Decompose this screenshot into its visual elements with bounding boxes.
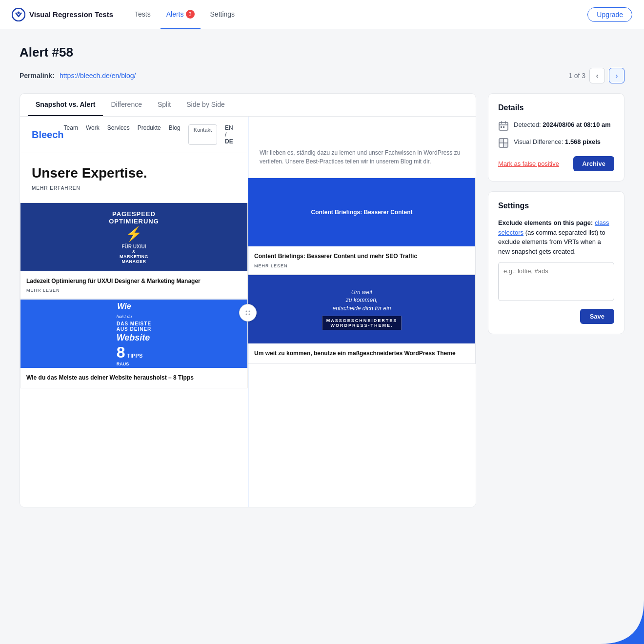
calendar-icon — [498, 121, 509, 131]
permalink: Permalink: https://bleech.de/en/blog/ — [20, 71, 136, 80]
save-button[interactable]: Save — [580, 309, 614, 324]
pagination-next[interactable]: › — [609, 68, 624, 83]
nav-services: Services — [107, 124, 130, 145]
svg-point-1 — [18, 11, 20, 14]
hero-title: Unsere Expertise. — [32, 165, 236, 181]
blog-card-more-1: MEHR LESEN — [26, 288, 242, 293]
hero-sub: Wir lieben es, ständig dazu zu lernen un… — [260, 148, 464, 166]
site-nav: Team Work Services Produkte Blog Kontakt… — [64, 124, 236, 145]
nav-kontakt: Kontakt — [188, 124, 217, 145]
page-title: Alert #58 — [20, 45, 624, 60]
right-sidebar: Details Detected: 2024/08/06 at 08:10 am — [488, 93, 624, 507]
svg-rect-7 — [501, 126, 502, 128]
blog-card-img-3: Wieholst du DAS MEISTEaus deiner Website… — [20, 300, 247, 368]
snapshot-panel: Snapshot vs. Alert Difference Split Side… — [20, 93, 476, 507]
svg-point-4 — [249, 311, 250, 312]
blog-card-body-4: Um weit zu kommen, benutze ein maßgeschn… — [248, 343, 475, 363]
blog-card-1: PAGESPEEDOPTIMIERUNG ⚡ für UX/UI &MARKET… — [20, 202, 248, 300]
snapshot-body: Bleech Team Work Services Produkte Blog … — [20, 117, 476, 507]
visual-diff-text: Visual Difference: 1.568 pixels — [514, 137, 601, 147]
blog-card-3: Wieholst du DAS MEISTEaus deiner Website… — [20, 299, 248, 388]
blog-card-2: Content Briefings: Besserer Content Cont… — [248, 178, 476, 275]
tab-snapshot-vs-alert[interactable]: Snapshot vs. Alert — [28, 94, 103, 116]
upgrade-button[interactable]: Upgrade — [587, 7, 632, 22]
blog-card-img-4: Um weitzu kommen,entscheide dich für ein… — [248, 275, 475, 343]
mock-right: Wir lieben es, ständig dazu zu lernen un… — [248, 117, 476, 507]
blog-cards-left: PAGESPEEDOPTIMIERUNG ⚡ für UX/UI &MARKET… — [20, 202, 248, 389]
svg-rect-10 — [500, 139, 503, 142]
blog-card-body-2: Content Briefings: Besserer Content und … — [248, 246, 475, 274]
svg-point-5 — [249, 314, 250, 315]
mock-site: Bleech Team Work Services Produkte Blog … — [20, 117, 476, 507]
card-actions: Mark as false positive Archive — [498, 156, 614, 171]
tab-difference[interactable]: Difference — [103, 94, 150, 116]
mock-left: Bleech Team Work Services Produkte Blog … — [20, 117, 248, 507]
hero-more: MEHR ERFAHREN — [32, 185, 236, 191]
nav-alerts[interactable]: Alerts 3 — [161, 0, 201, 29]
save-row: Save — [498, 303, 614, 324]
nav-tests[interactable]: Tests — [129, 0, 157, 29]
settings-card: Settings Exclude elements on this page: … — [488, 191, 624, 334]
pagination-text: 1 of 3 — [568, 72, 585, 80]
settings-title: Settings — [498, 201, 614, 210]
svg-point-3 — [246, 314, 247, 315]
archive-button[interactable]: Archive — [573, 156, 614, 171]
top-nav: Visual Regression Tests Tests Alerts 3 S… — [0, 0, 644, 29]
main-layout: Snapshot vs. Alert Difference Split Side… — [20, 93, 624, 507]
details-title: Details — [498, 103, 614, 112]
page-content: Alert #58 Permalink: https://bleech.de/e… — [0, 29, 644, 523]
site-hero-right: Wir lieben es, ständig dazu zu lernen un… — [248, 133, 476, 178]
detected-row: Detected: 2024/08/06 at 08:10 am — [498, 120, 614, 131]
nav-blog: Blog — [169, 124, 181, 145]
svg-rect-11 — [504, 143, 507, 147]
blog-card-body-3: Wie du das Meiste aus deiner Website her… — [20, 368, 247, 388]
diff-icon — [498, 138, 509, 148]
tab-side-by-side[interactable]: Side by Side — [179, 94, 233, 116]
brand: Visual Regression Tests — [12, 8, 113, 21]
site-hero: Unsere Expertise. MEHR ERFAHREN — [20, 153, 248, 202]
nav-work: Work — [86, 124, 100, 145]
detected-text: Detected: 2024/08/06 at 08:10 am — [514, 120, 611, 130]
permalink-row: Permalink: https://bleech.de/en/blog/ 1 … — [20, 68, 624, 83]
svg-point-0 — [12, 8, 25, 21]
nav-produkte: Produkte — [138, 124, 161, 145]
svg-point-2 — [246, 311, 247, 312]
site-logo: Bleech — [32, 129, 64, 141]
tab-split[interactable]: Split — [150, 94, 179, 116]
blog-card-title-2: Content Briefings: Besserer Content und … — [254, 252, 469, 261]
nav-links: Tests Alerts 3 Settings — [129, 0, 572, 29]
drag-icon — [244, 309, 251, 316]
brand-name: Visual Regression Tests — [29, 10, 113, 19]
snapshot-tabs: Snapshot vs. Alert Difference Split Side… — [20, 94, 476, 117]
blog-card-img-2: Content Briefings: Besserer Content — [248, 178, 475, 246]
blog-card-body-1: Ladezeit Optimierung für UX/UI Designer … — [20, 271, 247, 299]
brand-icon — [12, 8, 25, 21]
nav-lang: EN / DE — [225, 124, 236, 145]
false-positive-link[interactable]: Mark as false positive — [498, 160, 559, 167]
permalink-label: Permalink: — [20, 72, 55, 80]
pagination-prev[interactable]: ‹ — [589, 68, 605, 83]
split-handle[interactable] — [239, 304, 257, 322]
nav-team: Team — [64, 124, 78, 145]
blog-card-title-1: Ladezeit Optimierung für UX/UI Designer … — [26, 277, 242, 285]
alerts-badge: 3 — [186, 10, 195, 19]
details-card: Details Detected: 2024/08/06 at 08:10 am — [488, 93, 624, 181]
nav-settings[interactable]: Settings — [204, 0, 241, 29]
blog-card-img-1: PAGESPEEDOPTIMIERUNG ⚡ für UX/UI &MARKET… — [20, 203, 247, 271]
blog-card-title-3: Wie du das Meiste aus deiner Website her… — [26, 374, 242, 382]
blog-card-title-4: Um weit zu kommen, benutze ein maßgeschn… — [254, 349, 469, 358]
settings-exclude-label: Exclude elements on this page: class sel… — [498, 218, 614, 256]
blog-card-4: Um weitzu kommen,entscheide dich für ein… — [248, 275, 476, 364]
visual-diff-row: Visual Difference: 1.568 pixels — [498, 137, 614, 148]
exclude-textarea[interactable] — [498, 262, 614, 301]
blog-card-more-2: MEHR LESEN — [254, 263, 469, 268]
svg-rect-8 — [503, 126, 504, 128]
site-header: Bleech Team Work Services Produkte Blog … — [20, 117, 248, 153]
permalink-link[interactable]: https://bleech.de/en/blog/ — [60, 72, 136, 80]
blue-corner-decoration — [585, 585, 644, 644]
blog-cards-right: Content Briefings: Besserer Content Cont… — [248, 178, 476, 364]
pagination: 1 of 3 ‹ › — [568, 68, 624, 83]
